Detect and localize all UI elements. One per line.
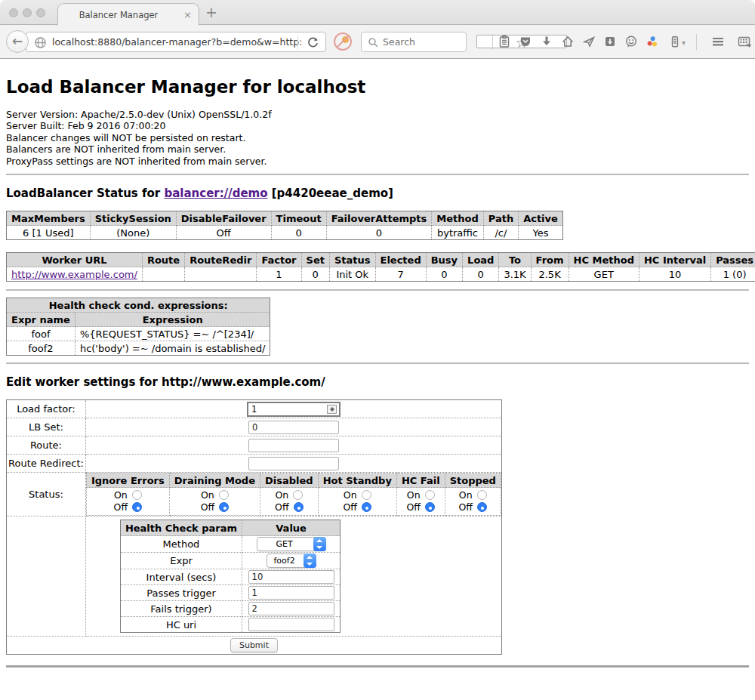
tab-close-icon[interactable]: ×: [183, 9, 192, 20]
lb-set-label: LB Set:: [7, 418, 86, 436]
passes-label: Passes trigger: [120, 585, 242, 601]
cell-expression: hc('body') =~ /domain is established/: [75, 341, 270, 356]
hc-fail-on-radio[interactable]: [425, 490, 435, 500]
col-busy: Busy: [426, 253, 462, 267]
health-row-hc-uri: HC uri: [120, 617, 340, 633]
route-label: Route:: [7, 436, 86, 455]
keyboard-grid-icon[interactable]: [736, 35, 751, 50]
stopped-on-radio[interactable]: [477, 490, 487, 500]
home-icon[interactable]: [560, 35, 575, 50]
cell-status: Init Ok: [329, 267, 375, 282]
col-hc-method: HC Method: [569, 253, 639, 267]
hc-expressions-table: Health check cond. expressions: Expr nam…: [6, 298, 270, 356]
route-redirect-input[interactable]: [248, 457, 339, 470]
content-blocker-icon[interactable]: [334, 32, 352, 51]
interval-input[interactable]: [248, 570, 334, 584]
worker-url-link[interactable]: http://www.example.com/: [11, 269, 137, 280]
col-expr-name: Expr name: [7, 313, 76, 327]
feedback-smiley-icon[interactable]: [624, 35, 639, 50]
col-to: To: [499, 253, 531, 267]
ignore-errors-on-radio[interactable]: [132, 490, 142, 500]
battery-panel-icon[interactable]: [667, 35, 683, 50]
disabled-off-radio[interactable]: [294, 502, 304, 512]
window-minimize-button[interactable]: [23, 8, 32, 17]
submit-button[interactable]: Submit: [230, 638, 278, 652]
search-input[interactable]: [383, 33, 462, 51]
site-identity-globe-icon[interactable]: [34, 36, 47, 49]
form-row-route-redirect: Route Redirect:: [7, 455, 502, 473]
search-bar[interactable]: [361, 32, 467, 52]
url-input[interactable]: [52, 33, 301, 51]
downloads-icon[interactable]: [539, 35, 554, 50]
hot-standby-on-radio[interactable]: [362, 490, 371, 500]
method-label: Method: [120, 536, 242, 553]
col-hc-fail: HC Fail: [396, 473, 445, 488]
cell-method: bytraffic: [432, 226, 483, 240]
col-load: Load: [463, 253, 499, 267]
page-content: Load Balancer Manager for localhost Serv…: [0, 59, 755, 700]
send-tab-icon[interactable]: [581, 35, 596, 50]
disabled-on-radio[interactable]: [293, 490, 303, 500]
new-tab-button[interactable]: +: [205, 4, 217, 20]
save-page-icon[interactable]: [602, 35, 618, 50]
table-header-row: Worker URL Route RouteRedir Factor Set S…: [7, 253, 755, 267]
route-input[interactable]: [248, 439, 339, 452]
col-route: Route: [142, 253, 184, 267]
balancer-link[interactable]: balancer://demo: [164, 187, 267, 200]
draining-mode-on-radio[interactable]: [219, 490, 229, 500]
extension-colors-icon[interactable]: [645, 35, 660, 50]
off-label: Off: [114, 501, 128, 513]
on-label: On: [114, 489, 128, 501]
on-label: On: [407, 489, 421, 501]
cell-elected: 7: [375, 267, 426, 282]
off-label: Off: [201, 501, 214, 513]
ignore-errors-off-radio[interactable]: [132, 502, 142, 512]
fails-input[interactable]: [248, 602, 334, 615]
battery-panel-dropdown-icon[interactable]: ▾: [682, 39, 686, 47]
col-method: Method: [432, 211, 483, 226]
notice-inherit-balancers: Balancers are NOT inherited from main se…: [6, 143, 749, 155]
col-stickysession: StickySession: [90, 211, 176, 226]
stopped-off-radio[interactable]: [477, 502, 487, 512]
col-health-check-param: Health Check param: [120, 520, 242, 536]
load-factor-input[interactable]: 1: [247, 402, 341, 417]
edit-worker-form: Load factor: 1 LB Set: Route: Route Redi…: [6, 399, 502, 655]
reload-icon[interactable]: [307, 36, 319, 49]
col-passes: Passes: [711, 253, 755, 267]
draining-mode-off-radio[interactable]: [219, 502, 229, 512]
method-select[interactable]: GET: [257, 537, 326, 551]
reading-list-icon[interactable]: [497, 35, 512, 50]
col-expression: Expression: [75, 313, 270, 327]
back-button[interactable]: ←: [6, 30, 29, 53]
col-ignore-errors: Ignore Errors: [86, 473, 169, 488]
lb-set-input[interactable]: [248, 421, 339, 434]
hc-uri-input[interactable]: [248, 618, 334, 631]
notice-persist: Balancer changes will NOT be persisted o…: [6, 132, 749, 143]
tab-title: Balancer Manager: [58, 10, 179, 20]
search-icon: [368, 37, 379, 48]
pocket-icon[interactable]: [518, 35, 533, 50]
cell-stickysession: (None): [90, 226, 176, 240]
window-zoom-button[interactable]: [36, 8, 45, 17]
method-selected-value: GET: [276, 539, 292, 549]
hc-fail-off-radio[interactable]: [425, 502, 435, 512]
menu-icon[interactable]: [710, 35, 726, 50]
heading-prefix: LoadBalancer Status for: [6, 187, 164, 200]
health-row-expr: Expr foof2: [120, 553, 340, 569]
col-timeout: Timeout: [271, 211, 326, 226]
col-status: Status: [329, 253, 375, 267]
url-bar[interactable]: [26, 32, 326, 52]
cell-failoverattempts: 0: [326, 226, 432, 240]
route-redirect-label: Route Redirect:: [7, 455, 86, 473]
expr-select[interactable]: foof2: [267, 554, 316, 568]
number-spinner-icon[interactable]: [327, 405, 337, 414]
hot-standby-off-radio[interactable]: [362, 502, 371, 512]
window-close-button[interactable]: [9, 8, 18, 17]
cell-load: 0: [463, 267, 499, 282]
tab-balancer-manager[interactable]: Balancer Manager ×: [57, 3, 199, 26]
col-from: From: [531, 253, 569, 267]
form-row-status: Status: Ignore Errors Draining Mode Disa…: [7, 473, 502, 517]
passes-input[interactable]: [248, 586, 334, 600]
off-label: Off: [407, 501, 421, 513]
health-params-table: Health Check param Value Method GET: [120, 520, 341, 633]
